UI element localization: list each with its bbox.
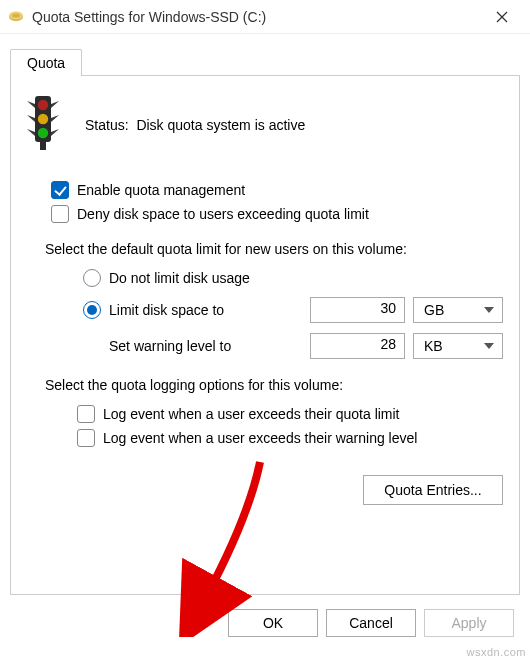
traffic-light-icon: [27, 96, 67, 153]
chevron-down-icon: [484, 307, 494, 313]
default-limit-heading: Select the default quota limit for new u…: [45, 241, 503, 257]
disk-quota-icon: [8, 9, 24, 25]
no-limit-radio[interactable]: [83, 269, 101, 287]
no-limit-label: Do not limit disk usage: [109, 270, 250, 286]
enable-quota-checkbox[interactable]: [51, 181, 69, 199]
logging-heading: Select the quota logging options for thi…: [45, 377, 503, 393]
apply-button[interactable]: Apply: [424, 609, 514, 637]
warning-label: Set warning level to: [109, 338, 231, 354]
limit-to-label: Limit disk space to: [109, 302, 224, 318]
svg-point-7: [38, 114, 48, 124]
ok-button[interactable]: OK: [228, 609, 318, 637]
svg-point-2: [12, 13, 20, 17]
status-text: Status: Disk quota system is active: [85, 117, 305, 133]
tab-strip: Quota: [10, 48, 520, 75]
limit-value-input[interactable]: 30: [310, 297, 405, 323]
titlebar: Quota Settings for Windows-SSD (C:): [0, 0, 530, 34]
warning-value-input[interactable]: 28: [310, 333, 405, 359]
enable-quota-label: Enable quota management: [77, 182, 245, 198]
warning-unit-select[interactable]: KB: [413, 333, 503, 359]
chevron-down-icon: [484, 343, 494, 349]
watermark: wsxdn.com: [466, 646, 526, 658]
log-exceed-limit-label: Log event when a user exceeds their quot…: [103, 406, 400, 422]
cancel-button[interactable]: Cancel: [326, 609, 416, 637]
tab-quota[interactable]: Quota: [10, 49, 82, 76]
log-exceed-warning-label: Log event when a user exceeds their warn…: [103, 430, 417, 446]
dialog-footer: OK Cancel Apply: [0, 595, 530, 651]
limit-unit-select[interactable]: GB: [413, 297, 503, 323]
deny-space-label: Deny disk space to users exceeding quota…: [77, 206, 369, 222]
limit-to-radio[interactable]: [83, 301, 101, 319]
tab-panel: Status: Disk quota system is active Enab…: [10, 75, 520, 595]
deny-space-checkbox[interactable]: [51, 205, 69, 223]
svg-rect-9: [40, 142, 46, 150]
svg-point-6: [38, 100, 48, 110]
log-exceed-limit-checkbox[interactable]: [77, 405, 95, 423]
quota-entries-button[interactable]: Quota Entries...: [363, 475, 503, 505]
window-title: Quota Settings for Windows-SSD (C:): [32, 9, 482, 25]
log-exceed-warning-checkbox[interactable]: [77, 429, 95, 447]
close-button[interactable]: [482, 2, 522, 32]
svg-point-8: [38, 128, 48, 138]
